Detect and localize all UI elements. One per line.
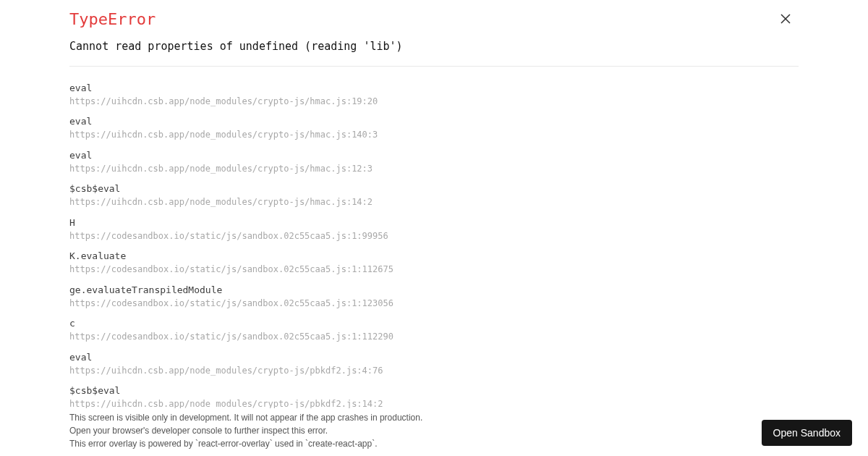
stack-frame-location: https://codesandbox.io/static/js/sandbox…: [69, 264, 799, 276]
stack-frame-location: https://uihcdn.csb.app/node_modules/cryp…: [69, 130, 799, 141]
stack-frame-location: https://uihcdn.csb.app/node_modules/cryp…: [69, 164, 799, 175]
footer-line: This screen is visible only in developme…: [69, 411, 422, 424]
stack-frame-function: eval: [69, 352, 799, 364]
stack-frame-location: https://uihcdn.csb.app/node_modules/cryp…: [69, 96, 799, 108]
stack-frame-function: $csb$eval: [69, 183, 799, 195]
error-type: TypeError: [69, 10, 799, 28]
stack-frame: $csb$evalhttps://uihcdn.csb.app/node_mod…: [69, 385, 799, 408]
open-sandbox-button[interactable]: Open Sandbox: [762, 420, 852, 446]
stack-frame-location: https://codesandbox.io/static/js/sandbox…: [69, 231, 799, 242]
stack-frame-location: https://codesandbox.io/static/js/sandbox…: [69, 332, 799, 343]
stack-frame: $csb$evalhttps://uihcdn.csb.app/node_mod…: [69, 183, 799, 208]
error-message: Cannot read properties of undefined (rea…: [69, 40, 799, 67]
close-icon: [780, 13, 791, 25]
footer-line: This error overlay is powered by `react-…: [69, 437, 422, 450]
stack-frame: evalhttps://uihcdn.csb.app/node_modules/…: [69, 352, 799, 376]
stack-frame: evalhttps://uihcdn.csb.app/node_modules/…: [69, 116, 799, 140]
stack-frame-function: H: [69, 217, 799, 229]
stack-frame: Hhttps://codesandbox.io/static/js/sandbo…: [69, 217, 799, 242]
stack-frame-location: https://uihcdn.csb.app/node_modules/cryp…: [69, 399, 799, 408]
stack-frame-function: eval: [69, 116, 799, 128]
stack-frame-function: $csb$eval: [69, 385, 799, 397]
stack-frame-function: ge.evaluateTranspiledModule: [69, 284, 799, 297]
stack-frame: ge.evaluateTranspiledModulehttps://codes…: [69, 284, 799, 309]
footer-line: Open your browser's developer console to…: [69, 424, 422, 437]
stack-frame: evalhttps://uihcdn.csb.app/node_modules/…: [69, 150, 799, 174]
footer-notes: This screen is visible only in developme…: [69, 410, 422, 450]
stack-frame-location: https://uihcdn.csb.app/node_modules/cryp…: [69, 366, 799, 377]
stack-frame-location: https://codesandbox.io/static/js/sandbox…: [69, 298, 799, 310]
stack-frame-function: eval: [69, 150, 799, 162]
stack-frame: chttps://codesandbox.io/static/js/sandbo…: [69, 318, 799, 342]
stack-frame: evalhttps://uihcdn.csb.app/node_modules/…: [69, 83, 799, 107]
close-button[interactable]: [778, 12, 793, 26]
stack-frame-function: K.evaluate: [69, 250, 799, 263]
error-overlay: TypeError Cannot read properties of unde…: [0, 0, 868, 456]
stack-frame: K.evaluatehttps://codesandbox.io/static/…: [69, 250, 799, 275]
stack-frame-function: eval: [69, 83, 799, 95]
stack-frame-function: c: [69, 318, 799, 330]
stack-frame-location: https://uihcdn.csb.app/node_modules/cryp…: [69, 197, 799, 208]
stack-trace: evalhttps://uihcdn.csb.app/node_modules/…: [69, 83, 799, 408]
